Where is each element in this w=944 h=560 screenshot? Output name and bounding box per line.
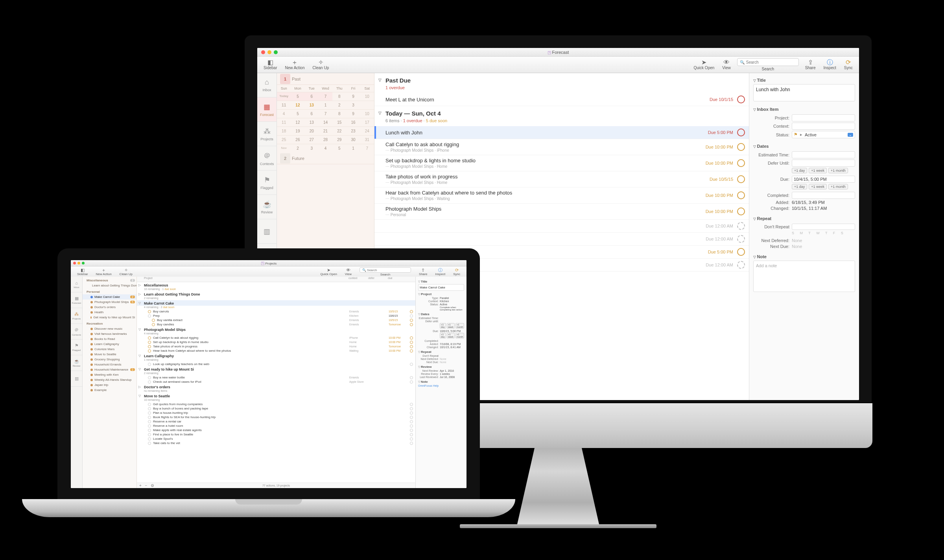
task-checkbox[interactable] <box>148 341 151 344</box>
context-select[interactable] <box>792 123 855 130</box>
quick-open-button[interactable]: ➤ Quick Open <box>317 266 341 277</box>
calendar-cell[interactable]: 3 <box>305 144 319 152</box>
repeat-field[interactable] <box>792 224 855 230</box>
task-checkbox[interactable] <box>152 319 155 322</box>
search-input[interactable]: 🔍 <box>737 58 799 66</box>
calendar-cell[interactable]: 6 <box>305 109 319 118</box>
inspect-button[interactable]: ⓘ Inspect <box>820 57 840 73</box>
calendar-cell[interactable]: 6 <box>305 92 319 101</box>
task-checkbox[interactable] <box>148 363 151 366</box>
flag-toggle-icon[interactable]: ⚑ <box>794 132 798 137</box>
calendar-cell[interactable]: 9 <box>346 92 360 101</box>
task-row[interactable]: Meet L at the UnicornDue 10/1/15 <box>374 93 749 106</box>
due-field[interactable]: 10/4/15, 5:00 PM <box>792 176 855 183</box>
pi-note-hdr[interactable]: Note <box>418 380 464 384</box>
task-checkbox[interactable] <box>148 416 151 419</box>
task-row[interactable]: Set up backdrop & lights in home studioH… <box>137 340 415 344</box>
pi-project-hdr[interactable]: Project <box>418 292 464 296</box>
sidebar-item[interactable]: Books to Read <box>83 336 136 342</box>
pi-repeat-hdr[interactable]: Repeat <box>418 350 464 354</box>
project-group-header[interactable]: Photograph Model Ships <box>137 327 415 332</box>
calendar-cell[interactable]: 9 <box>346 109 360 118</box>
calendar-cell[interactable]: 10 <box>360 109 374 118</box>
sidebar-item[interactable]: Miscellaneous2 <box>83 278 136 283</box>
context-select[interactable]: Kitchen <box>440 300 464 303</box>
calendar-cell[interactable]: 3 <box>346 101 360 109</box>
task-row[interactable]: Due 12:00 AM <box>374 220 749 233</box>
new-action-button[interactable]: ＋ New Action <box>92 266 116 277</box>
inspector-note-header[interactable]: Note <box>753 253 855 261</box>
sidebar-item[interactable]: Learn about Getting Things Done <box>83 283 136 288</box>
new-action-button[interactable]: ＋ New Action <box>281 57 308 73</box>
task-row[interactable]: Call Catelyn to ask about riggingiPhone1… <box>137 336 415 340</box>
task-checkbox[interactable] <box>737 222 745 230</box>
sidebar-toggle-button[interactable]: ◧ Sidebar <box>73 266 92 277</box>
task-checkbox[interactable] <box>737 143 745 151</box>
footer-add-controls[interactable]: + − ⚙ <box>139 483 155 488</box>
task-row[interactable]: Buy vanilla extractErrands10/5/15 <box>137 318 415 322</box>
calendar-cell[interactable]: 7 <box>360 144 374 152</box>
task-row[interactable]: Take photos of work in progressHomeTomor… <box>137 344 415 349</box>
sidebar-item[interactable]: Grocery Shopping <box>83 357 136 362</box>
calendar-cell[interactable]: 7 <box>319 92 332 101</box>
sidebar-toggle-button[interactable]: ◧ Sidebar <box>260 57 281 73</box>
sidebar-item[interactable]: Colonize Mars <box>83 347 136 352</box>
type-select[interactable]: Parallel <box>440 297 464 299</box>
pi-completed-field[interactable] <box>440 340 464 342</box>
sidebar-item[interactable]: Photograph Model Ships5 <box>83 299 136 305</box>
task-row[interactable]: Look up calligraphy teachers on the web <box>137 362 415 366</box>
calendar-cell[interactable]: 8 <box>332 92 346 101</box>
pi-title-field[interactable]: Make Carrot Cake <box>418 284 464 291</box>
task-checkbox[interactable] <box>148 403 151 406</box>
calendar-cell[interactable]: 20 <box>305 127 319 135</box>
task-row[interactable]: PrepKitchen10/6/15 <box>137 314 415 318</box>
due-plus-week[interactable]: +1 week <box>809 184 827 189</box>
view-button[interactable]: 👁 View <box>341 266 356 277</box>
sidebar-item[interactable]: Example <box>83 387 136 393</box>
sidebar-item[interactable]: Recreation <box>83 321 136 326</box>
task-checkbox[interactable] <box>148 310 151 313</box>
tab-forecast[interactable]: ▦ Forecast <box>257 97 277 122</box>
pi-next-review[interactable]: Apr 1, 2016 <box>440 369 464 372</box>
inspector-title-header[interactable]: Title <box>753 76 855 84</box>
calendar-cell[interactable]: 27 <box>305 135 319 144</box>
calendar-cell[interactable]: 25 <box>277 135 291 144</box>
calendar-cell[interactable]: 22 <box>332 127 346 135</box>
calendar-cell[interactable]: 31 <box>360 135 374 144</box>
task-row[interactable]: Reserve a hotel room <box>137 424 415 428</box>
status-select[interactable]: Active <box>440 303 464 306</box>
calendar-future-row[interactable]: 2 Future <box>277 152 374 164</box>
project-group-header[interactable]: Move to Seattle <box>137 393 415 398</box>
tab-projects[interactable]: ⁂Projects <box>71 308 82 324</box>
tab-contexts[interactable]: ＠ Contexts <box>257 146 277 171</box>
tab-projects[interactable]: ⁂ Projects <box>257 122 277 146</box>
section-header[interactable]: Past Due <box>374 73 749 85</box>
section-header[interactable]: Today — Sun, Oct 4 <box>374 106 749 118</box>
calendar-cell[interactable]: 15 <box>332 118 346 127</box>
calendar-past-row[interactable]: 1 Past <box>277 73 374 85</box>
defer-plus-week[interactable]: +1 week <box>809 168 827 173</box>
sidebar-item[interactable]: Move to Seattle <box>83 352 136 357</box>
sidebar-item[interactable]: Household Errands <box>83 362 136 367</box>
tab-more[interactable]: ▥ <box>257 219 277 244</box>
calendar-cell[interactable]: 11 <box>277 118 291 127</box>
calendar-cell[interactable]: 11 <box>277 101 291 109</box>
calendar-cell[interactable]: 2 <box>291 144 304 152</box>
project-group-header[interactable]: Learn about Getting Things Done <box>137 291 415 297</box>
calendar-cell[interactable] <box>360 101 374 109</box>
task-checkbox[interactable] <box>737 191 745 199</box>
calendar-cell[interactable]: 5 <box>291 109 304 118</box>
defer-plus-month[interactable]: +1 month <box>828 168 848 173</box>
zoom-icon[interactable] <box>274 50 278 54</box>
project-group-header[interactable]: Learn Calligraphy <box>137 353 415 358</box>
calendar-cell[interactable]: 10 <box>360 92 374 101</box>
task-row[interactable]: Book flights to SEA for the house-huntin… <box>137 415 415 419</box>
defer-field[interactable] <box>792 160 855 167</box>
pi-review-hdr[interactable]: Review <box>418 365 464 369</box>
calendar-cell[interactable]: 23 <box>346 127 360 135</box>
pi-review-every[interactable]: 1 weeks <box>440 373 464 375</box>
due-plus-day[interactable]: +1 day <box>792 184 807 189</box>
task-checkbox[interactable] <box>148 433 151 436</box>
task-checkbox[interactable] <box>148 420 151 423</box>
minimize-icon[interactable] <box>77 262 80 264</box>
